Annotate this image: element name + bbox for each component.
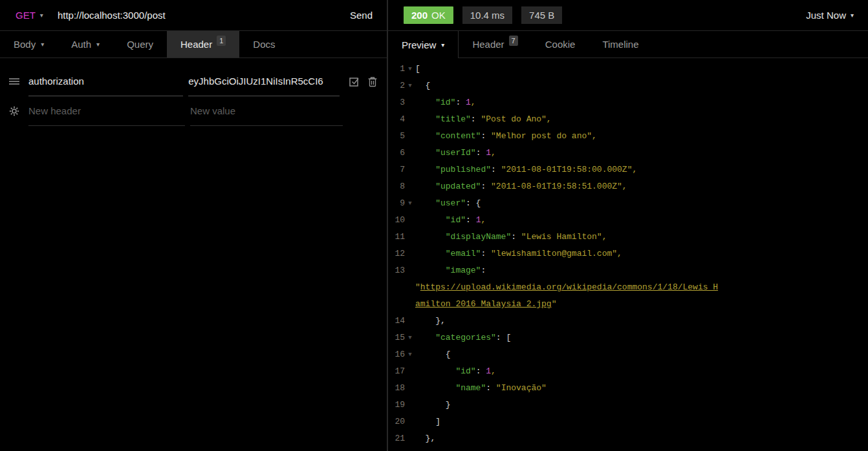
header-name-input[interactable]: authorization [28, 67, 183, 96]
code-text: "email": "lewishamilton@gmail.com", [415, 246, 622, 262]
code-line: amilton_2016_Malaysia_2.jpg" [388, 296, 868, 313]
delete-header-button[interactable] [363, 67, 382, 96]
request-pane: GET ▾ http://localhost:3000/post Send Bo… [0, 0, 388, 451]
tab-label: Cookie [545, 39, 576, 50]
tab-label: Timeline [602, 39, 638, 50]
code-text: "categories": [ [415, 330, 511, 346]
method-dropdown[interactable]: GET ▾ [16, 10, 43, 21]
token: 1 [486, 366, 491, 376]
code-text: }, [415, 430, 435, 447]
header-enabled-checkbox[interactable] [346, 67, 364, 96]
line-number: 5 [388, 128, 405, 145]
code-text: "published": "2011-08-01T19:58:00.000Z", [415, 162, 637, 178]
header-value-input[interactable]: eyJhbGciOiJIUzI1NiIsInR5cCI6 [188, 67, 339, 96]
line-number: 20 [388, 414, 405, 430]
token: , [481, 215, 486, 225]
code-line: 14 }, [388, 313, 868, 330]
fold-arrow-icon[interactable]: ▼ [405, 330, 415, 346]
new-value-input[interactable]: New value [190, 96, 343, 126]
line-number: 8 [388, 178, 405, 195]
tab-label: Query [127, 39, 153, 50]
code-line: 6 "userId": 1, [388, 145, 868, 162]
chevron-down-icon: ▾ [851, 12, 854, 19]
code-text: "https://upload.wikimedia.org/wikipedia/… [415, 279, 718, 296]
history-label: Just Now [806, 10, 846, 21]
fold-gutter [405, 430, 415, 447]
fold-gutter [405, 279, 415, 296]
status-code: 200 [411, 10, 428, 21]
fold-gutter [405, 380, 415, 397]
line-number: 13 [388, 262, 405, 279]
tab-badge: 1 [217, 36, 226, 46]
tab-preview[interactable]: Preview▾ [388, 31, 459, 58]
tab-header[interactable]: Header1 [167, 31, 239, 58]
fold-gutter [405, 296, 415, 313]
code-line: 8 "updated": "2011-08-01T19:58:51.000Z", [388, 178, 868, 195]
token: : [481, 266, 486, 275]
tab-query[interactable]: Query [113, 31, 167, 58]
line-number: 15 [388, 330, 405, 346]
line-number: 3 [388, 94, 405, 111]
tab-label: Header [472, 39, 504, 50]
code-line: 3 "id": 1, [388, 94, 868, 111]
tab-body[interactable]: Body▾ [0, 31, 58, 58]
response-meta-bar: 200 OK 10.4 ms 745 B Just Now ▾ [388, 0, 868, 31]
token: ] [415, 417, 440, 426]
header-row: authorization eyJhbGciOiJIUzI1NiIsInR5cC… [0, 67, 387, 96]
chevron-down-icon: ▾ [40, 12, 43, 19]
fold-gutter [405, 363, 415, 380]
tab-cookie[interactable]: Cookie [532, 31, 589, 58]
new-header-input[interactable]: New header [28, 96, 185, 126]
tab-docs[interactable]: Docs [239, 31, 288, 58]
url-bar: GET ▾ http://localhost:3000/post Send [0, 0, 387, 31]
code-text: "content": "Melhor post do ano", [415, 128, 597, 145]
drag-handle-icon[interactable] [0, 67, 28, 96]
chevron-down-icon: ▾ [441, 41, 444, 48]
code-line: 18 "name": "Inovação" [388, 380, 868, 397]
url-link[interactable]: https://upload.wikimedia.org/wikipedia/c… [420, 282, 718, 292]
send-button[interactable]: Send [350, 10, 373, 21]
url-link[interactable]: amilton_2016_Malaysia_2.jpg [415, 299, 552, 309]
code-text: "image": [415, 262, 486, 279]
code-text: }, [415, 313, 446, 330]
fold-arrow-icon[interactable]: ▼ [405, 61, 415, 78]
app-window: GET ▾ http://localhost:3000/post Send Bo… [0, 0, 868, 451]
fold-arrow-icon[interactable]: ▼ [405, 195, 415, 212]
history-dropdown[interactable]: Just Now ▾ [806, 10, 854, 21]
line-number: 18 [388, 380, 405, 397]
token: }, [415, 434, 435, 443]
code-text: "id": 1, [415, 212, 486, 229]
code-line: 15▼ "categories": [ [388, 330, 868, 346]
code-line: 10 "id": 1, [388, 212, 868, 229]
token: "id" [415, 215, 466, 225]
fold-arrow-icon[interactable]: ▼ [405, 78, 415, 94]
fold-gutter [405, 246, 415, 262]
fold-arrow-icon[interactable]: ▼ [405, 346, 415, 363]
code-line: 16▼ { [388, 346, 868, 363]
token: "updated" [415, 182, 481, 191]
tab-auth[interactable]: Auth▾ [58, 31, 113, 58]
token: { [415, 81, 430, 90]
code-text: "userId": 1, [415, 145, 496, 162]
tab-badge: 7 [509, 36, 518, 46]
token: "Post do Ano", [481, 114, 551, 124]
token: [ [415, 64, 420, 74]
url-input[interactable]: http://localhost:3000/post [58, 10, 350, 21]
headers-editor: authorization eyJhbGciOiJIUzI1NiIsInR5cC… [0, 58, 387, 126]
line-number: 12 [388, 246, 405, 262]
request-tabbar: Body▾Auth▾QueryHeader1Docs [0, 31, 387, 58]
fold-gutter [405, 229, 415, 246]
gear-icon[interactable] [0, 96, 28, 126]
time-badge: 10.4 ms [462, 6, 512, 24]
tab-timeline[interactable]: Timeline [589, 31, 652, 58]
code-text: amilton_2016_Malaysia_2.jpg" [415, 296, 556, 313]
token: "name" [415, 383, 486, 393]
token: : [486, 383, 496, 393]
line-number [388, 279, 405, 296]
token: "Inovação" [496, 383, 547, 393]
tab-header[interactable]: Header7 [459, 31, 531, 58]
code-line: 2▼ { [388, 78, 868, 94]
code-line: 11 "displayName": "Lewis Hamilton", [388, 229, 868, 246]
code-text: "user": { [415, 195, 481, 212]
code-line: 12 "email": "lewishamilton@gmail.com", [388, 246, 868, 262]
